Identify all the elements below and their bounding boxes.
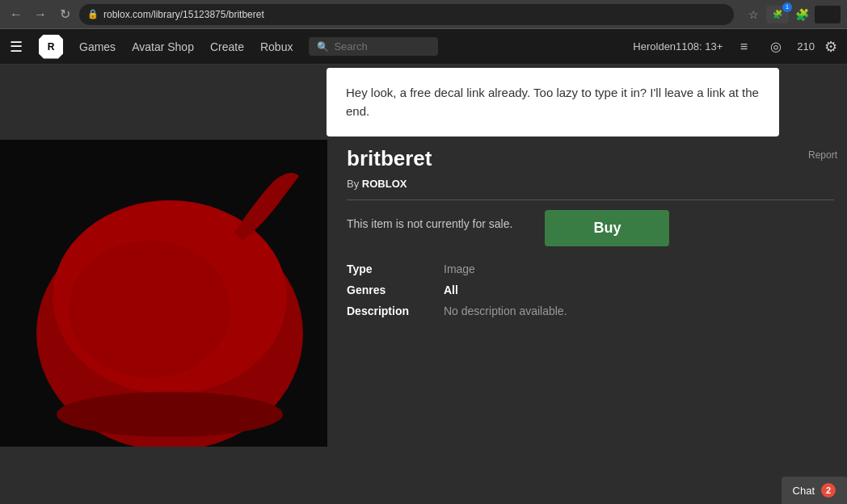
- roblox-navbar: ☰ R Games Avatar Shop Create Robux 🔍 Her…: [0, 29, 847, 65]
- type-row: Type Image: [347, 262, 834, 275]
- url-text: roblox.com/library/15123875/britberet: [103, 9, 264, 20]
- browser-chrome: ← → ↻ 🔒 roblox.com/library/15123875/brit…: [0, 0, 847, 29]
- profile-button[interactable]: [815, 6, 841, 23]
- item-meta: Type Image Genres All Description No des…: [347, 262, 834, 317]
- bookmark-button[interactable]: ☆: [744, 5, 763, 24]
- chat-badge: 2: [821, 483, 836, 498]
- tooltip-popup: Hey look, a free decal link already. Too…: [327, 68, 779, 136]
- genres-row: Genres All: [347, 284, 834, 296]
- description-row: Description No description available.: [347, 304, 834, 317]
- genres-label: Genres: [347, 284, 444, 296]
- search-icon: 🔍: [317, 41, 329, 52]
- item-details: britberet By ROBLOX This item is not cur…: [347, 140, 847, 447]
- svg-point-3: [57, 392, 283, 437]
- notification-nav-icon[interactable]: ◎: [765, 36, 787, 58]
- puzzle-icon[interactable]: 🧩: [792, 5, 811, 24]
- svg-point-4: [69, 241, 230, 378]
- browser-actions: ☆ 🧩 1 🧩: [744, 5, 841, 24]
- chat-nav-icon[interactable]: ≡: [732, 36, 755, 58]
- item-page: britberet By ROBLOX This item is not cur…: [0, 133, 847, 447]
- avatar-shop-nav-link[interactable]: Avatar Shop: [132, 40, 194, 53]
- type-value: Image: [444, 262, 475, 275]
- extension-badge: 1: [782, 2, 792, 12]
- roblox-logo[interactable]: R: [39, 35, 63, 59]
- chat-label: Chat: [793, 485, 815, 497]
- forward-button[interactable]: →: [31, 5, 50, 24]
- item-creator: By ROBLOX: [347, 178, 834, 200]
- games-nav-link[interactable]: Games: [79, 40, 116, 53]
- lock-icon: 🔒: [87, 9, 99, 19]
- item-title: britberet: [347, 146, 834, 171]
- extension-icon[interactable]: 🧩 1: [766, 6, 789, 23]
- hamburger-menu[interactable]: ☰: [10, 38, 23, 56]
- item-image-bg: [0, 140, 327, 447]
- chat-button[interactable]: Chat 2: [782, 477, 847, 504]
- create-nav-link[interactable]: Create: [210, 40, 244, 53]
- description-label: Description: [347, 304, 444, 317]
- nav-links: Games Avatar Shop Create Robux: [79, 40, 293, 53]
- description-value: No description available.: [444, 304, 567, 317]
- creator-prefix: By: [347, 178, 362, 190]
- not-for-sale-text: This item is not currently for sale.: [347, 217, 512, 230]
- creator-name[interactable]: ROBLOX: [362, 178, 407, 190]
- refresh-button[interactable]: ↻: [55, 5, 74, 24]
- robux-amount: 210: [797, 40, 815, 52]
- search-input[interactable]: [334, 40, 430, 52]
- address-bar[interactable]: 🔒 roblox.com/library/15123875/britberet: [79, 4, 734, 25]
- item-image-svg: [0, 140, 327, 447]
- back-button[interactable]: ←: [6, 5, 26, 24]
- nav-right: Herolden1108: 13+ ≡ ◎ 210 ⚙: [633, 36, 837, 58]
- item-image-container: [0, 140, 327, 447]
- main-content: Hey look, a free decal link already. Too…: [0, 65, 847, 504]
- buy-button[interactable]: Buy: [545, 210, 669, 246]
- genres-value: All: [444, 284, 458, 296]
- tooltip-text: Hey look, a free decal link already. Too…: [346, 84, 760, 120]
- sale-row: This item is not currently for sale. Buy: [347, 210, 834, 246]
- search-bar[interactable]: 🔍: [309, 37, 438, 56]
- type-label: Type: [347, 262, 444, 275]
- username-label: Herolden1108: 13+: [633, 40, 723, 52]
- robux-nav-link[interactable]: Robux: [260, 40, 293, 53]
- settings-icon[interactable]: ⚙: [824, 38, 837, 56]
